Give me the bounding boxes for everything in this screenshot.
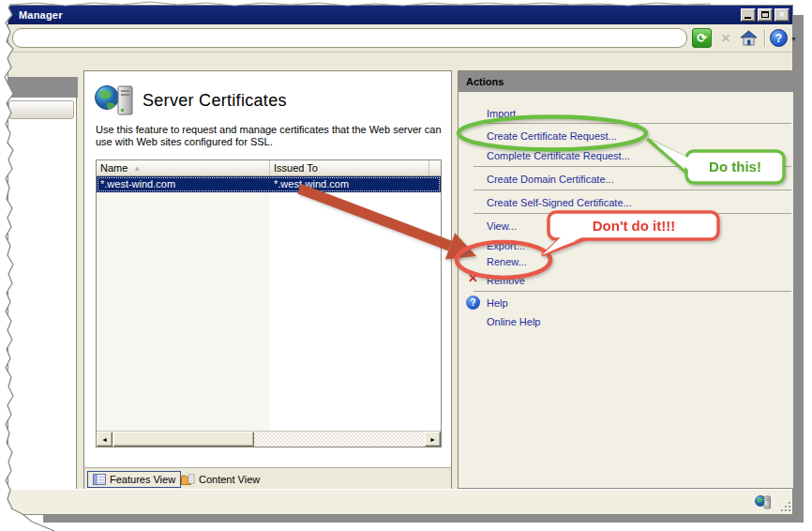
certificates-list[interactable]: Name▲ Issued To *.west-wind.com *.west-w…: [96, 159, 442, 448]
view-tab-strip: Features View Content View: [84, 469, 451, 489]
window-drop-shadow-right: [793, 15, 804, 523]
action-complete-certificate-request[interactable]: Complete Certificate Request...: [487, 146, 630, 165]
action-renew[interactable]: Renew...: [487, 252, 527, 271]
minimize-icon: [744, 17, 751, 19]
window-title: Manager: [19, 9, 63, 21]
feature-panel: Server Certificates Use this feature to …: [83, 70, 452, 489]
content-view-icon: [181, 474, 195, 486]
actions-panel: Actions Import... Create Certificate Req…: [458, 70, 794, 489]
app-window: Manager × ⟳ ✕ ? ▼: [8, 5, 793, 515]
action-create-self-signed-certificate[interactable]: Create Self-Signed Certificate...: [487, 193, 632, 212]
help-icon: ?: [775, 32, 782, 45]
cell-issued-to: *.west-wind.com: [274, 177, 349, 191]
actions-separator: [474, 166, 791, 167]
sorted-column-shading: [97, 176, 270, 431]
help-dropdown-caret-icon[interactable]: ▼: [790, 36, 797, 42]
tab-label: Features View: [110, 474, 175, 485]
column-header-name[interactable]: Name▲: [97, 160, 270, 175]
action-import[interactable]: Import...: [487, 104, 524, 123]
maximize-icon: [761, 11, 769, 18]
connections-toolbar-remnant: [8, 100, 74, 119]
table-row[interactable]: *.west-wind.com *.west-wind.com: [97, 176, 441, 192]
connections-panel-remnant: [8, 98, 77, 489]
sort-ascending-icon: ▲: [133, 164, 141, 173]
list-header-row: Name▲ Issued To: [97, 160, 441, 176]
tab-features-view[interactable]: Features View: [87, 471, 181, 488]
column-header-issued-to[interactable]: Issued To: [270, 160, 429, 175]
feature-title: Server Certificates: [143, 91, 287, 111]
stop-button-disabled: ✕: [717, 30, 734, 47]
resize-grip[interactable]: [778, 499, 790, 511]
cell-name: *.west-wind.com: [100, 177, 175, 191]
scrollbar-thumb[interactable]: [113, 432, 254, 447]
action-create-domain-certificate[interactable]: Create Domain Certificate...: [487, 170, 614, 189]
feature-description: Use this feature to request and manage c…: [96, 124, 452, 148]
close-icon: ×: [779, 9, 785, 20]
action-create-certificate-request[interactable]: Create Certificate Request...: [487, 127, 617, 145]
action-remove[interactable]: Remove: [487, 271, 525, 290]
features-view-icon: [93, 474, 106, 485]
home-button[interactable]: [739, 28, 759, 48]
maximize-button[interactable]: [758, 8, 773, 22]
scroll-left-icon: ◄: [101, 436, 108, 443]
stop-icon: ✕: [721, 32, 730, 45]
actions-separator: [474, 190, 791, 190]
actions-separator: [474, 291, 791, 292]
address-bar-input[interactable]: [12, 28, 687, 48]
toolbar-separator: [764, 29, 766, 47]
actions-separator: [474, 213, 791, 214]
action-help[interactable]: Help: [487, 294, 508, 312]
toolbar: ⟳ ✕ ? ▼: [8, 24, 792, 53]
refresh-icon: ⟳: [697, 31, 707, 45]
status-bar: [8, 489, 792, 514]
status-server-icon: [755, 494, 772, 510]
actions-separator: [474, 123, 791, 124]
column-header-stub: [429, 160, 442, 175]
server-certificates-icon: [94, 83, 137, 120]
refresh-button[interactable]: ⟳: [692, 28, 712, 48]
close-button[interactable]: ×: [774, 8, 789, 22]
scroll-right-button[interactable]: ►: [425, 432, 441, 447]
minimize-button[interactable]: [741, 8, 756, 22]
action-view[interactable]: View...: [487, 217, 517, 235]
home-icon: [739, 28, 759, 48]
scroll-right-icon: ►: [429, 436, 436, 443]
title-bar: Manager ×: [8, 6, 792, 24]
horizontal-scrollbar[interactable]: ◄ ►: [97, 431, 441, 447]
tab-content-view[interactable]: Content View: [176, 471, 264, 488]
window-drop-shadow-bottom: [43, 515, 804, 523]
tab-label: Content View: [199, 474, 260, 485]
connections-panel-header-remnant: [8, 77, 78, 98]
remove-icon: ✕: [468, 271, 478, 285]
actions-panel-header: Actions: [459, 71, 793, 92]
scroll-left-button[interactable]: ◄: [97, 432, 113, 447]
help-icon: ?: [466, 296, 480, 310]
help-button[interactable]: ?: [770, 29, 788, 47]
action-online-help[interactable]: Online Help: [487, 312, 540, 331]
